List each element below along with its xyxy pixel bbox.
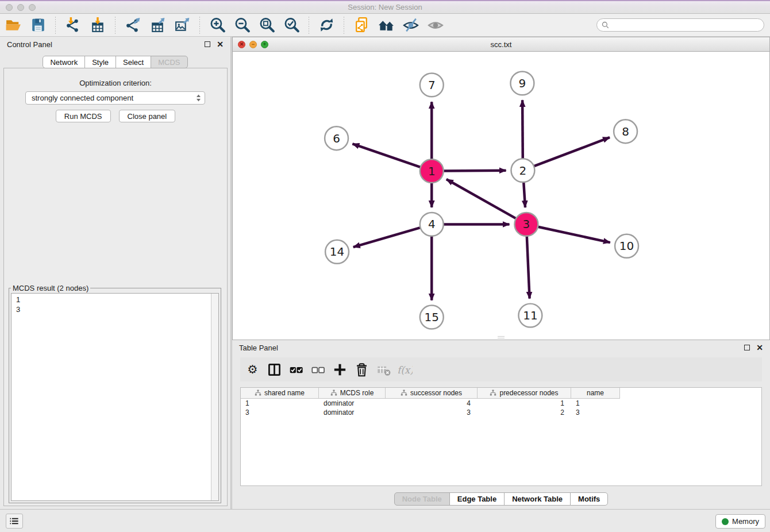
zoom-selected-button[interactable]: [282, 16, 301, 35]
add-column-icon: [333, 363, 347, 377]
net-close-button[interactable]: ✕: [238, 41, 245, 48]
graph-node-10[interactable]: 10: [615, 234, 638, 258]
table-row[interactable]: 1dominator411: [241, 399, 761, 408]
memory-button[interactable]: Memory: [715, 514, 765, 529]
zoom-in-button[interactable]: [207, 16, 227, 35]
control-tab-style[interactable]: Style: [84, 56, 116, 68]
gear-button[interactable]: ⚙: [245, 362, 260, 377]
svg-text:7: 7: [428, 78, 436, 92]
run-mcds-button[interactable]: Run MCDS: [56, 110, 111, 122]
show-all-icon: [427, 16, 445, 34]
graph-node-9[interactable]: 9: [510, 71, 534, 95]
cell-successor-nodes: 4: [386, 399, 478, 408]
graph-edge-1-6[interactable]: [352, 144, 421, 167]
add-column-button[interactable]: [332, 362, 347, 377]
hide-selected-button[interactable]: [401, 16, 421, 35]
column-header-successor-nodes[interactable]: successor nodes: [386, 388, 478, 398]
net-maximize-button[interactable]: +: [261, 41, 268, 48]
mcds-panel: Optimization criterion: strongly connect…: [3, 68, 228, 506]
close-panel-button[interactable]: Close panel: [119, 110, 176, 122]
save-session-icon: [29, 16, 47, 34]
network-graph[interactable]: 1234678910111415: [233, 52, 769, 340]
import-network-icon: [64, 16, 82, 34]
mcds-result-list[interactable]: 1 3: [11, 294, 211, 500]
export-table-button[interactable]: [148, 16, 167, 35]
graph-edge-3-1[interactable]: [446, 179, 517, 219]
home-view-button[interactable]: [376, 16, 396, 35]
column-header-name[interactable]: name: [571, 388, 619, 398]
float-panel-icon[interactable]: [205, 41, 210, 47]
apply-function-button[interactable]: f(x): [398, 362, 413, 377]
graph-node-15[interactable]: 15: [420, 306, 444, 329]
table-tab-node-table[interactable]: Node Table: [394, 492, 450, 506]
cell-mcds-role: dominator: [319, 399, 386, 408]
svg-text:11: 11: [523, 309, 537, 322]
graph-edge-1-2[interactable]: [443, 171, 506, 171]
toolbar-separator: [199, 17, 200, 34]
graph-node-3[interactable]: 3: [514, 213, 538, 236]
graph-node-6[interactable]: 6: [325, 126, 348, 150]
list-icon: [9, 515, 20, 527]
zoom-fit-icon: [258, 16, 276, 34]
graph-node-11[interactable]: 11: [518, 304, 542, 327]
table-tab-edge-table[interactable]: Edge Table: [449, 492, 505, 506]
graph-node-4[interactable]: 4: [420, 213, 444, 236]
optimization-dropdown[interactable]: strongly connected component: [25, 91, 205, 105]
graph-edge-4-14[interactable]: [353, 228, 421, 247]
show-all-button[interactable]: [426, 16, 445, 35]
graph-node-8[interactable]: 8: [614, 119, 637, 143]
table-row[interactable]: 3dominator323: [241, 408, 761, 417]
table-tab-network-table[interactable]: Network Table: [504, 492, 571, 506]
column-header-predecessor-nodes[interactable]: predecessor nodes: [478, 388, 571, 398]
close-table-panel-icon[interactable]: ✕: [756, 344, 763, 352]
resize-grip[interactable]: [498, 336, 505, 339]
control-tab-mcds[interactable]: MCDS: [151, 56, 187, 68]
graph-edge-2-8[interactable]: [533, 137, 610, 166]
deselect-all-button[interactable]: [310, 362, 325, 377]
export-image-button[interactable]: [172, 16, 192, 35]
zoom-in-icon: [209, 16, 226, 34]
refresh-layout-button[interactable]: [317, 16, 336, 35]
clone-network-icon: [353, 16, 371, 34]
split-columns-button[interactable]: [267, 362, 282, 377]
cell-mcds-role: dominator: [319, 408, 386, 417]
close-panel-icon[interactable]: ✕: [217, 40, 224, 48]
float-table-panel-icon[interactable]: [744, 345, 750, 350]
node-table: shared nameMCDS rolesuccessor nodesprede…: [240, 387, 762, 486]
graph-node-7[interactable]: 7: [420, 73, 444, 97]
main-area: Control Panel ✕ NetworkStyleSelectMCDS O…: [0, 37, 770, 509]
delete-column-button[interactable]: [354, 362, 369, 377]
graph-edge-2-3[interactable]: [523, 182, 525, 207]
graph-edge-2-9[interactable]: [522, 100, 523, 159]
task-history-button[interactable]: [6, 514, 23, 529]
result-scrollbar[interactable]: [211, 294, 218, 500]
delete-column-icon: [355, 363, 369, 377]
dropdown-value: strongly connected component: [32, 94, 196, 102]
select-all-button[interactable]: [288, 362, 303, 377]
save-session-button[interactable]: [28, 16, 48, 35]
column-tree-icon: [401, 390, 407, 396]
import-table-button[interactable]: [88, 16, 107, 35]
control-tab-select[interactable]: Select: [116, 56, 151, 68]
zoom-fit-button[interactable]: [257, 16, 276, 35]
net-minimize-button[interactable]: −: [249, 41, 257, 48]
search-input[interactable]: [612, 21, 759, 29]
delete-table-button[interactable]: [376, 362, 391, 377]
graph-node-1[interactable]: 1: [420, 159, 444, 183]
column-header-shared-name[interactable]: shared name: [241, 388, 319, 398]
mcds-result-group: MCDS result (2 nodes) 1 3: [9, 284, 221, 503]
zoom-out-button[interactable]: [232, 16, 252, 35]
graph-node-14[interactable]: 14: [325, 240, 349, 264]
network-canvas[interactable]: 1234678910111415: [233, 52, 769, 340]
graph-edge-3-11[interactable]: [527, 236, 530, 299]
table-tab-motifs[interactable]: Motifs: [570, 492, 608, 506]
graph-node-2[interactable]: 2: [511, 159, 534, 182]
import-network-button[interactable]: [63, 16, 83, 35]
open-session-button[interactable]: [3, 16, 23, 35]
search-field[interactable]: [596, 18, 764, 32]
column-header-mcds-role[interactable]: MCDS role: [319, 388, 386, 398]
clone-network-button[interactable]: [352, 16, 371, 35]
graph-edge-3-10[interactable]: [537, 227, 610, 243]
control-tab-network[interactable]: Network: [43, 56, 85, 68]
export-network-button[interactable]: [123, 16, 143, 35]
